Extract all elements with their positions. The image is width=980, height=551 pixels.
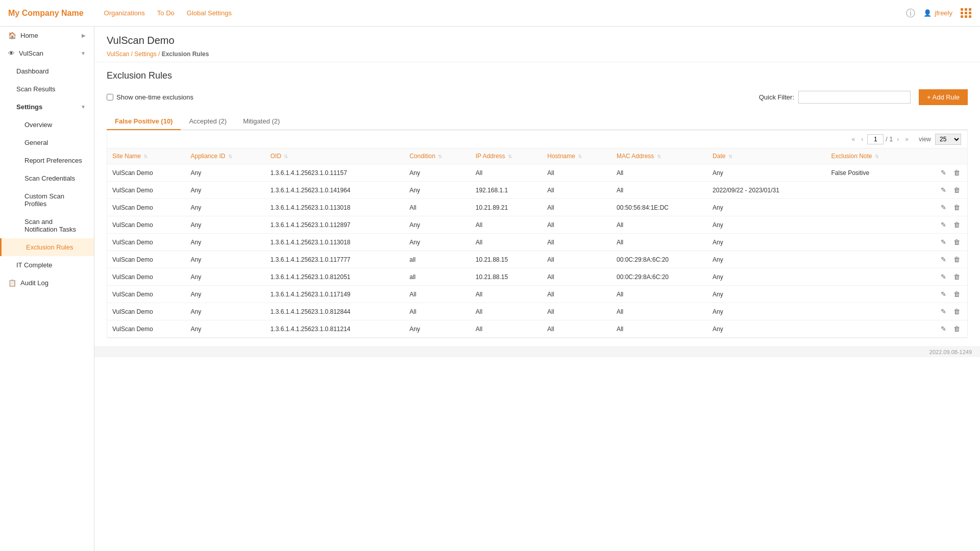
col-oid[interactable]: OID ⇅	[265, 148, 405, 164]
next-page-btn[interactable]: ›	[895, 135, 901, 144]
cell-0-row-6: VulScan Demo	[107, 268, 185, 286]
sidebar-label-scan-creds: Scan Credentials	[24, 174, 75, 182]
nav-link-todo[interactable]: To Do	[157, 9, 175, 17]
delete-btn-row-7[interactable]: 🗑	[951, 289, 962, 299]
edit-btn-row-2[interactable]: ✎	[939, 203, 948, 212]
edit-btn-row-1[interactable]: ✎	[939, 185, 948, 195]
delete-btn-row-0[interactable]: 🗑	[951, 168, 962, 178]
sidebar-label-report-prefs: Report Preferences	[24, 157, 82, 164]
top-nav: My Company Name Organizations To Do Glob…	[0, 0, 980, 27]
edit-btn-row-3[interactable]: ✎	[939, 220, 948, 230]
sidebar-item-scan-tasks[interactable]: Scan and Notification Tasks	[0, 213, 94, 238]
sidebar-item-audit-log[interactable]: 📋 Audit Log	[0, 274, 94, 292]
user-menu[interactable]: 👤 jfreely	[923, 9, 952, 17]
delete-btn-row-4[interactable]: 🗑	[951, 237, 962, 247]
cell-6-row-1: All	[611, 182, 707, 199]
cell-3-row-5: all	[404, 251, 471, 268]
per-page-select[interactable]: 25 50 100	[935, 134, 961, 145]
sidebar-item-scan-results[interactable]: Scan Results	[0, 80, 94, 98]
cell-3-row-1: Any	[404, 182, 471, 199]
brand-logo[interactable]: My Company Name	[8, 9, 84, 18]
quick-filter-input[interactable]	[798, 91, 911, 104]
cell-6-row-5: 00:0C:29:8A:6C:20	[611, 251, 707, 268]
nav-link-global-settings[interactable]: Global Settings	[187, 9, 232, 17]
col-condition[interactable]: Condition ⇅	[404, 148, 471, 164]
table-row: VulScan DemoAny1.3.6.1.4.1.25623.1.0.141…	[107, 182, 967, 199]
show-one-time-label[interactable]: Show one-time exclusions	[107, 93, 193, 101]
edit-btn-row-8[interactable]: ✎	[939, 307, 948, 316]
nav-link-organizations[interactable]: Organizations	[104, 9, 145, 17]
edit-btn-row-4[interactable]: ✎	[939, 237, 948, 247]
breadcrumb-vulscan[interactable]: VulScan	[107, 51, 129, 58]
col-exclusion-note[interactable]: Exclusion Note ⇅	[826, 148, 915, 164]
delete-btn-row-6[interactable]: 🗑	[951, 272, 962, 282]
cell-4-row-5: 10.21.88.15	[471, 251, 543, 268]
sidebar-item-it-complete[interactable]: IT Complete	[0, 256, 94, 274]
delete-btn-row-5[interactable]: 🗑	[951, 255, 962, 264]
sidebar-label-general: General	[24, 139, 48, 146]
cell-7-row-9: Any	[707, 320, 826, 338]
actions-row-5: ✎ 🗑	[915, 251, 967, 268]
col-date[interactable]: Date ⇅	[707, 148, 826, 164]
cell-7-row-8: Any	[707, 303, 826, 320]
col-ip-address[interactable]: IP Address ⇅	[471, 148, 543, 164]
col-site-name[interactable]: Site Name ⇅	[107, 148, 185, 164]
apps-grid-icon[interactable]	[961, 8, 972, 18]
sidebar-label-dashboard: Dashboard	[16, 67, 49, 75]
sidebar-item-scan-creds[interactable]: Scan Credentials	[0, 169, 94, 187]
sidebar-item-vulscan[interactable]: 👁 VulScan ▼	[0, 44, 94, 62]
delete-btn-row-2[interactable]: 🗑	[951, 203, 962, 212]
cell-7-row-3: Any	[707, 216, 826, 234]
prev-page-btn[interactable]: ‹	[859, 135, 865, 144]
sidebar-label-overview: Overview	[24, 121, 52, 129]
breadcrumb-settings[interactable]: Settings	[134, 51, 156, 58]
delete-btn-row-9[interactable]: 🗑	[951, 324, 962, 334]
cell-4-row-6: 10.21.88.15	[471, 268, 543, 286]
tab-mitigated[interactable]: Mitigated (2)	[235, 113, 288, 130]
breadcrumb-sep2: /	[158, 51, 162, 58]
cell-3-row-4: Any	[404, 234, 471, 251]
add-rule-button[interactable]: + Add Rule	[919, 89, 968, 105]
table-header: Site Name ⇅ Appliance ID ⇅ OID ⇅ Conditi…	[107, 148, 967, 164]
cell-6-row-7: All	[611, 286, 707, 303]
cell-0-row-7: VulScan Demo	[107, 286, 185, 303]
sort-mac-icon: ⇅	[657, 154, 661, 159]
delete-btn-row-8[interactable]: 🗑	[951, 307, 962, 316]
page-number-input[interactable]	[867, 134, 884, 144]
tab-accepted[interactable]: Accepted (2)	[181, 113, 235, 130]
edit-btn-row-9[interactable]: ✎	[939, 324, 948, 334]
first-page-btn[interactable]: «	[850, 135, 857, 144]
cell-5-row-3: All	[542, 216, 611, 234]
cell-3-row-0: Any	[404, 164, 471, 182]
delete-btn-row-1[interactable]: 🗑	[951, 185, 962, 195]
cell-8-row-6	[826, 268, 915, 286]
edit-btn-row-5[interactable]: ✎	[939, 255, 948, 264]
last-page-btn[interactable]: »	[903, 135, 911, 144]
tab-false-positive[interactable]: False Positive (10)	[107, 113, 181, 130]
timestamp-label: 2022.09.08-1249	[929, 349, 972, 355]
edit-btn-row-6[interactable]: ✎	[939, 272, 948, 282]
sidebar-item-dashboard[interactable]: Dashboard	[0, 62, 94, 80]
sidebar-item-report-prefs[interactable]: Report Preferences	[0, 152, 94, 169]
actions-row-9: ✎ 🗑	[915, 320, 967, 338]
cell-1-row-7: Any	[185, 286, 265, 303]
sidebar-item-overview[interactable]: Overview	[0, 116, 94, 134]
cell-6-row-3: All	[611, 216, 707, 234]
cell-8-row-8	[826, 303, 915, 320]
sidebar-item-general[interactable]: General	[0, 134, 94, 152]
col-appliance-id[interactable]: Appliance ID ⇅	[185, 148, 265, 164]
cell-5-row-6: All	[542, 268, 611, 286]
edit-btn-row-0[interactable]: ✎	[939, 168, 948, 178]
sidebar-item-home[interactable]: 🏠 Home ▶	[0, 27, 94, 44]
delete-btn-row-3[interactable]: 🗑	[951, 220, 962, 230]
sidebar-item-exclusion-rules[interactable]: Exclusion Rules	[0, 238, 94, 256]
sidebar-item-settings[interactable]: Settings ▼	[0, 98, 94, 116]
help-icon[interactable]: ⓘ	[906, 7, 915, 19]
col-hostname[interactable]: Hostname ⇅	[542, 148, 611, 164]
edit-btn-row-7[interactable]: ✎	[939, 289, 948, 299]
sidebar-item-custom-scan[interactable]: Custom Scan Profiles	[0, 187, 94, 213]
sort-note-icon: ⇅	[875, 154, 879, 159]
show-one-time-checkbox[interactable]	[107, 94, 113, 101]
col-mac-address[interactable]: MAC Address ⇅	[611, 148, 707, 164]
audit-log-icon: 📋	[8, 279, 16, 287]
